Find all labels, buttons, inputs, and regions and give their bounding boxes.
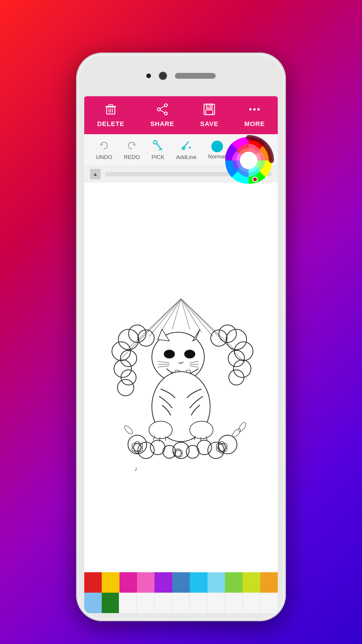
color-steel-blue[interactable]: [172, 572, 190, 593]
more-icon: [248, 103, 261, 118]
palette-row-1: [84, 572, 278, 593]
svg-point-100: [173, 448, 184, 458]
redo-icon: [126, 140, 137, 153]
svg-point-103: [237, 421, 247, 433]
delete-button[interactable]: DELETE: [97, 103, 124, 128]
color-purple[interactable]: [154, 572, 172, 593]
color-white-6[interactable]: [207, 593, 225, 613]
svg-point-31: [240, 152, 257, 169]
color-pale-blue[interactable]: [84, 593, 102, 613]
color-white-2[interactable]: [137, 593, 154, 613]
color-sky-blue[interactable]: [190, 572, 207, 593]
share-icon: [156, 103, 169, 118]
pick-label: PICK: [152, 154, 164, 160]
svg-point-102: [231, 427, 242, 438]
svg-text:♪: ♪: [134, 465, 138, 472]
secondary-toolbar: UNDO REDO: [84, 134, 278, 166]
svg-line-9: [160, 106, 164, 108]
addline-label: AddLine: [176, 154, 196, 160]
svg-marker-19: [101, 144, 103, 146]
color-white-3[interactable]: [154, 593, 172, 613]
svg-point-16: [249, 108, 252, 111]
svg-point-72: [164, 350, 175, 358]
phone-shell: DELETE SHARE: [76, 52, 286, 621]
svg-rect-12: [206, 104, 212, 109]
redo-label: REDO: [124, 154, 140, 160]
svg-point-17: [253, 108, 256, 111]
redo-button[interactable]: REDO: [118, 140, 146, 160]
svg-rect-14: [206, 110, 213, 115]
svg-point-7: [164, 112, 167, 115]
color-light-blue[interactable]: [208, 572, 225, 593]
svg-line-22: [157, 144, 162, 150]
slider-arrow[interactable]: ▲: [90, 169, 101, 179]
delete-label: DELETE: [97, 120, 124, 128]
svg-point-50: [114, 360, 131, 377]
pick-button[interactable]: PICK: [146, 140, 170, 160]
svg-point-57: [228, 350, 245, 367]
svg-point-6: [164, 104, 167, 107]
more-label: MORE: [244, 120, 265, 128]
addline-button[interactable]: AddLine: [170, 140, 202, 160]
svg-point-48: [112, 342, 131, 360]
color-white-1[interactable]: [119, 593, 137, 613]
svg-point-58: [233, 360, 251, 377]
svg-point-56: [234, 342, 253, 360]
share-button[interactable]: SHARE: [150, 103, 174, 128]
front-camera: [146, 74, 151, 78]
color-red[interactable]: [84, 572, 102, 593]
undo-button[interactable]: UNDO: [90, 140, 118, 160]
save-label: SAVE: [200, 120, 218, 128]
svg-point-104: [123, 424, 134, 435]
undo-icon: [99, 140, 110, 153]
svg-line-40: [181, 299, 201, 332]
color-white-4[interactable]: [172, 593, 190, 613]
color-lime[interactable]: [242, 572, 260, 593]
color-dark-green[interactable]: [102, 593, 119, 613]
svg-point-66: [197, 440, 212, 455]
svg-point-67: [208, 442, 224, 459]
svg-point-49: [120, 350, 137, 367]
svg-line-37: [161, 299, 181, 332]
color-white-5[interactable]: [190, 593, 208, 613]
svg-marker-20: [133, 144, 135, 146]
svg-point-83: [149, 421, 172, 439]
color-hot-pink[interactable]: [120, 572, 137, 593]
phone-inner: DELETE SHARE: [79, 55, 283, 618]
svg-rect-2: [109, 105, 113, 106]
drawing-canvas[interactable]: ♪: [84, 182, 278, 572]
svg-point-52: [117, 379, 134, 396]
palette-row-2: [84, 593, 278, 613]
delete-icon: [104, 103, 117, 118]
phone-screen: DELETE SHARE: [84, 96, 278, 613]
svg-line-23: [159, 149, 161, 150]
save-button[interactable]: SAVE: [200, 103, 218, 128]
svg-line-41: [181, 299, 213, 337]
color-white-8[interactable]: [243, 593, 261, 613]
svg-point-73: [184, 350, 195, 358]
tiger-artwork: ♪: [84, 182, 278, 572]
color-white-7[interactable]: [225, 593, 243, 613]
addline-icon: [181, 140, 192, 153]
speaker: [175, 73, 216, 79]
svg-point-8: [157, 108, 160, 111]
color-green[interactable]: [225, 572, 242, 593]
color-orange[interactable]: [260, 572, 278, 593]
share-label: SHARE: [150, 120, 174, 128]
app-toolbar: DELETE SHARE: [84, 96, 278, 134]
svg-point-18: [257, 108, 260, 111]
save-icon: [203, 103, 216, 118]
color-yellow[interactable]: [102, 572, 119, 593]
svg-point-84: [190, 421, 213, 439]
undo-label: UNDO: [96, 154, 112, 160]
svg-point-32: [253, 177, 257, 182]
camera: [160, 73, 166, 79]
pick-icon: [152, 140, 164, 153]
color-white-9[interactable]: [260, 593, 278, 613]
color-pink[interactable]: [137, 572, 154, 593]
svg-line-36: [149, 299, 181, 337]
more-button[interactable]: MORE: [244, 103, 265, 128]
svg-line-10: [160, 110, 164, 113]
color-wheel[interactable]: [222, 134, 275, 187]
color-palette: [84, 572, 278, 613]
